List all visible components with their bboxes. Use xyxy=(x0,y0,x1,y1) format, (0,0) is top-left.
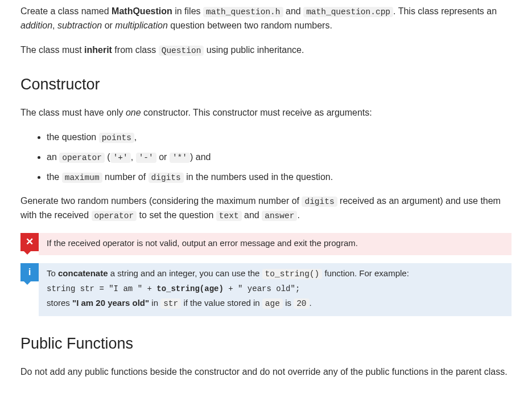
text: + " years old"; xyxy=(224,284,300,293)
text: constructor. This constructor must recei… xyxy=(141,108,372,117)
info-icon: i xyxy=(20,263,39,281)
text: , xyxy=(131,152,136,162)
text: using public inheritance. xyxy=(204,45,304,55)
points-code: points xyxy=(99,133,134,143)
operator-code: operator xyxy=(59,153,105,163)
em-multiplication: multiplication xyxy=(115,21,167,30)
info-code-line: string str = "I am " + to_string(age) + … xyxy=(47,282,504,297)
text: question between two random numbers. xyxy=(168,21,332,30)
answer-code: answer xyxy=(262,211,297,221)
text: . xyxy=(297,210,299,220)
result-bold: "I am 20 years old" xyxy=(72,298,149,308)
maximum-code: maximum xyxy=(62,173,102,183)
list-item: an operator ('+', '-' or '*') and xyxy=(47,150,512,165)
heading-constructor: Constructor xyxy=(20,73,512,97)
error-text: If the received operator is not valid, o… xyxy=(47,236,504,249)
inherit-bold: inherit xyxy=(84,45,112,55)
info-callout-body: To concatenate a string and an integer, … xyxy=(39,263,512,316)
text: the xyxy=(47,172,62,182)
text: The class must xyxy=(20,45,84,55)
tostring-bold: to_string(age) xyxy=(156,284,224,293)
constructor-paragraph-2: Generate two random numbers (considering… xyxy=(20,194,512,223)
text: function. For example: xyxy=(322,268,409,278)
text: string str = "I am " + xyxy=(47,284,156,293)
constructor-paragraph-1: The class must have only one constructor… xyxy=(20,106,512,120)
info-line-1: To concatenate a string and an integer, … xyxy=(47,267,504,280)
text: and xyxy=(242,210,262,220)
error-callout-body: If the received operator is not valid, o… xyxy=(39,233,512,255)
class-name: MathQuestion xyxy=(112,6,172,16)
text: a string and an integer, you can use the xyxy=(108,268,262,278)
digits-code: digits xyxy=(149,173,184,183)
text: from class xyxy=(112,45,159,55)
text: is xyxy=(283,298,294,308)
str-code: str xyxy=(160,298,181,309)
em-subtraction: subtraction xyxy=(57,21,102,30)
concatenate-bold: concatenate xyxy=(58,268,108,278)
text: To xyxy=(47,268,58,278)
op-star-code: '*' xyxy=(170,153,190,163)
age-code: age xyxy=(262,298,283,309)
error-callout: ✕ If the received operator is not valid,… xyxy=(20,233,512,255)
text: , xyxy=(134,132,137,142)
info-callout: i To concatenate a string and an integer… xyxy=(20,263,512,316)
digits-code: digits xyxy=(302,197,337,207)
heading-public-functions: Public Functions xyxy=(20,332,512,356)
question-class-code: Question xyxy=(159,46,204,56)
text: and xyxy=(283,6,304,16)
em-addition: addition xyxy=(20,21,52,30)
public-functions-paragraph: Do not add any public functions beside t… xyxy=(20,365,512,378)
list-item: the maximum number of digits in the numb… xyxy=(47,170,512,185)
text: Create a class named xyxy=(20,6,112,16)
close-icon: ✕ xyxy=(20,233,39,251)
text: , xyxy=(52,21,57,30)
text: to set the question xyxy=(137,210,216,220)
info-line-3: stores "I am 20 years old" in str if the… xyxy=(47,296,504,310)
text: stores xyxy=(47,298,72,308)
text: in files xyxy=(172,6,203,16)
tostring-code: to_string() xyxy=(262,269,323,279)
text: ( xyxy=(105,152,110,162)
text: ) and xyxy=(190,152,211,162)
text: in xyxy=(149,298,160,308)
text: the question xyxy=(47,132,99,142)
text: in the numbers used in the question. xyxy=(184,172,333,182)
text-code: text xyxy=(216,211,242,221)
intro-paragraph-1: Create a class named MathQuestion in fil… xyxy=(20,5,512,33)
text: number of xyxy=(102,172,149,182)
op-plus-code: '+' xyxy=(110,153,131,163)
text: . This class represents an xyxy=(393,6,497,16)
op-minus-code: '-' xyxy=(136,153,156,163)
em-one: one xyxy=(126,108,141,117)
operator-code: operator xyxy=(92,211,137,221)
constructor-args-list: the question points, an operator ('+', '… xyxy=(47,130,512,184)
file2-code: math_question.cpp xyxy=(303,7,393,17)
list-item: the question points, xyxy=(47,130,512,145)
twenty-code: 20 xyxy=(294,298,309,309)
text: an xyxy=(47,152,59,162)
text: or xyxy=(102,21,115,30)
file1-code: math_question.h xyxy=(203,7,283,17)
intro-paragraph-2: The class must inherit from class Questi… xyxy=(20,43,512,58)
text: Generate two random numbers (considering… xyxy=(20,196,302,206)
text: or xyxy=(156,152,170,162)
text: The class must have only xyxy=(20,108,126,117)
text: if the value stored in xyxy=(181,298,262,308)
text: . xyxy=(310,298,312,308)
